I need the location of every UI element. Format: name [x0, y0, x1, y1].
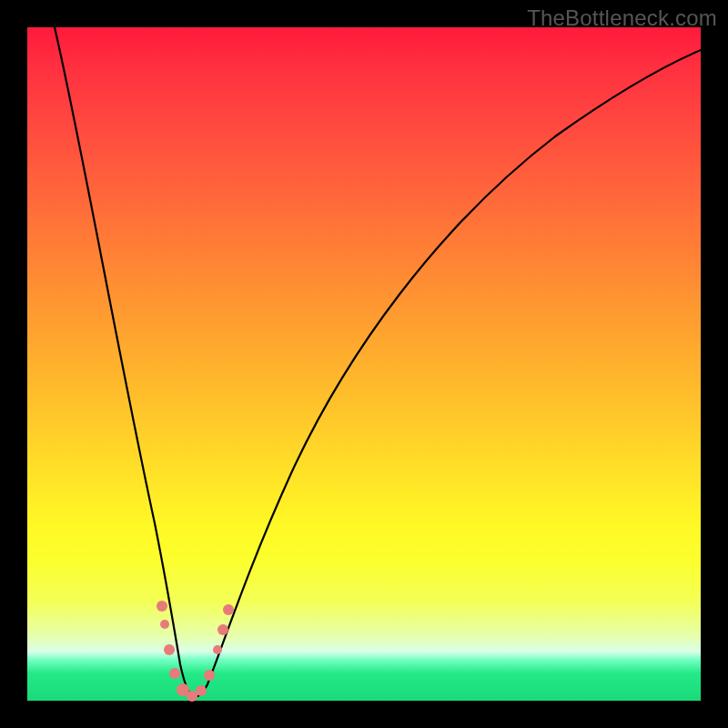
watermark-text: TheBottleneck.com	[527, 5, 717, 31]
curve-markers	[157, 601, 234, 702]
marker-dot	[204, 670, 215, 681]
marker-dot	[187, 691, 197, 702]
marker-dot	[217, 624, 228, 635]
marker-dot	[213, 645, 222, 654]
chart-svg	[27, 27, 701, 701]
marker-dot	[164, 644, 175, 655]
bottleneck-curve	[55, 27, 701, 696]
marker-dot	[223, 604, 234, 615]
marker-dot	[160, 620, 169, 629]
marker-dot	[196, 685, 207, 696]
marker-dot	[157, 601, 167, 612]
chart-frame: TheBottleneck.com	[0, 0, 728, 728]
marker-dot	[169, 668, 180, 679]
